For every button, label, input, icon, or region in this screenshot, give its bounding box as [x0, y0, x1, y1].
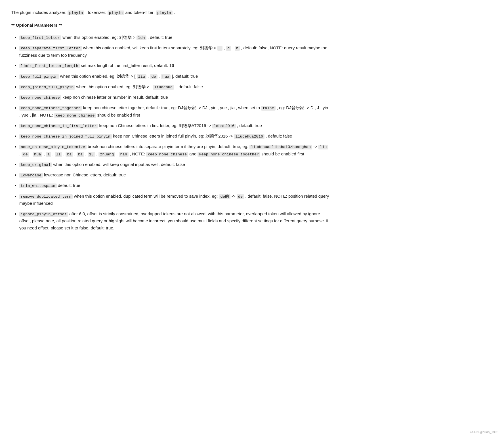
- list-item: keep_separate_first_letter when this opt…: [19, 45, 329, 59]
- param-code-inline: de: [22, 152, 29, 157]
- param-desc-sep: ->: [312, 144, 318, 149]
- list-item: keep_joined_full_pinyin when this option…: [19, 83, 329, 90]
- param-desc-sep: and: [188, 151, 198, 156]
- param-code-inline: 13: [88, 152, 95, 157]
- param-desc: keep non Chinese letters in joined full …: [113, 134, 234, 138]
- param-desc: when this option enabled, duplicated ter…: [74, 194, 219, 199]
- param-code-inline: de: [150, 74, 157, 79]
- param-code: keep_none_chinese: [19, 95, 61, 100]
- param-code-inline: d: [226, 46, 231, 51]
- param-desc: break non chinese letters into separate …: [88, 144, 249, 149]
- param-desc: keep non Chinese letters in first letter…: [99, 123, 213, 128]
- param-desc-cont: should be enabled first: [96, 113, 140, 117]
- param-code: keep_none_chinese_together: [19, 106, 82, 111]
- param-desc-sep: ,: [115, 151, 119, 156]
- param-code: trim_whitespace: [19, 183, 57, 188]
- param-code: keep_separate_first_letter: [19, 46, 82, 51]
- intro-paragraph: The plugin includes analyzer: pinyin , t…: [11, 9, 329, 16]
- param-code-inline: de: [237, 194, 244, 199]
- param-desc: when this option enabled, eg: 刘德华 > [: [60, 74, 137, 79]
- param-desc-sep: ,: [222, 45, 226, 50]
- param-desc-sep: , NOTE:: [129, 151, 146, 156]
- param-desc-sep: ,: [51, 151, 55, 156]
- param-code: keep_original: [19, 162, 52, 167]
- list-item: none_chinese_pinyin_tokenize break non c…: [19, 143, 329, 158]
- param-desc-sep: ,: [146, 74, 150, 79]
- intro-text-prefix: The plugin includes analyzer:: [11, 10, 68, 15]
- list-item: keep_none_chinese keep non chinese lette…: [19, 94, 329, 101]
- list-item: keep_none_chinese_in_first_letter keep n…: [19, 122, 329, 129]
- param-desc-cont: , default: true: [236, 123, 262, 128]
- list-item: keep_none_chinese_together keep non chin…: [19, 104, 329, 119]
- param-code-inline: hua: [161, 74, 171, 79]
- optional-header: ** Optional Parameters **: [11, 22, 329, 29]
- param-code: keep_none_chinese_in_first_letter: [19, 124, 98, 128]
- param-desc-cont: should be enabled first: [260, 151, 304, 156]
- intro-token-filter-code: pinyin: [156, 10, 173, 15]
- list-item: keep_first_letter when this option enabl…: [19, 34, 329, 41]
- param-code-inline: liudehuaalibaba13zhuanghan: [249, 145, 312, 149]
- param-code: keep_first_letter: [19, 35, 61, 40]
- param-code-inline: ldhat2016: [212, 124, 236, 128]
- param-code-inline: ldh: [136, 35, 146, 40]
- param-desc: set max length of the first_letter resul…: [81, 63, 174, 68]
- list-item: remove_duplicated_term when this option …: [19, 193, 329, 207]
- intro-analyzer-code: pinyin: [68, 10, 84, 15]
- intro-text-middle2: and token-filter:: [124, 10, 156, 15]
- param-code-inline: de的: [219, 194, 230, 199]
- param-desc: when this option enabled, will keep orig…: [53, 162, 185, 167]
- intro-tokenizer-code: pinyin: [108, 10, 124, 15]
- param-desc: when this option enabled, eg: 刘德华 > [: [76, 84, 153, 89]
- param-desc-sep: ,: [29, 151, 33, 156]
- list-item: lowercase lowercase non Chinese letters,…: [19, 172, 329, 179]
- param-code-inline: li: [55, 152, 62, 157]
- param-code: ignore_pinyin_offset: [19, 212, 68, 217]
- param-code-inline: h: [235, 46, 240, 51]
- list-item: keep_original when this option enabled, …: [19, 161, 329, 168]
- param-code-inline: ba: [66, 152, 73, 157]
- param-code-inline: liu: [137, 74, 146, 79]
- param-desc-sep: ,: [84, 151, 88, 156]
- param-desc-cont: , default: true: [146, 35, 173, 40]
- param-code: keep_joined_full_pinyin: [19, 85, 75, 90]
- param-desc-sep: ,: [73, 151, 77, 156]
- param-code-inline: keep_none_chinese: [54, 113, 96, 118]
- param-desc: default: true: [58, 183, 80, 188]
- param-code-inline: keep_none_chinese_together: [198, 152, 260, 157]
- param-code-inline: liudehua: [153, 85, 174, 90]
- param-desc-cont: , default: false: [264, 134, 292, 138]
- list-item: limit_first_letter_length set max length…: [19, 62, 329, 69]
- param-code-inline: zhuang: [98, 152, 115, 157]
- param-code-inline: han: [119, 152, 129, 157]
- list-item: keep_none_chinese_in_joined_full_pinyin …: [19, 133, 329, 140]
- param-desc-sep: ,: [231, 45, 235, 50]
- param-code-inline: ba: [77, 152, 84, 157]
- param-desc: when this option enabled, eg: 刘德华 >: [62, 35, 136, 40]
- param-code-inline: liu: [318, 145, 328, 149]
- param-desc: keep non chinese letter together, defaul…: [83, 105, 261, 110]
- param-code: keep_full_pinyin: [19, 74, 59, 79]
- param-code-inline: liudehua2016: [234, 134, 264, 139]
- param-code-inline: false: [261, 106, 276, 111]
- param-code-inline: hua: [33, 152, 42, 157]
- param-desc: keep non chinese letter or number in res…: [62, 95, 168, 100]
- param-desc-cont: ], default: true: [171, 74, 198, 79]
- param-desc: lowercase non Chinese letters, default: …: [44, 172, 126, 177]
- parameters-list: keep_first_letter when this option enabl…: [11, 34, 329, 232]
- param-desc-sep: ,: [62, 151, 66, 156]
- param-code: limit_first_letter_length: [19, 64, 80, 68]
- param-desc: when this option enabled, will keep firs…: [83, 45, 217, 50]
- intro-text-middle1: , tokenizer:: [84, 10, 108, 15]
- param-code: remove_duplicated_term: [19, 194, 73, 199]
- intro-text-suffix: .: [173, 10, 175, 15]
- list-item: keep_full_pinyin when this option enable…: [19, 73, 329, 80]
- param-code-inline: keep_none_chinese: [146, 152, 188, 157]
- param-code: keep_none_chinese_in_joined_full_pinyin: [19, 134, 112, 139]
- param-desc-sep: ,: [95, 151, 99, 156]
- param-desc-sep: ,: [158, 74, 161, 79]
- param-code: lowercase: [19, 173, 43, 178]
- param-desc-cont: ], default: false: [174, 84, 203, 89]
- param-code: none_chinese_pinyin_tokenize: [19, 145, 87, 149]
- param-code-inline: a: [46, 152, 51, 157]
- param-desc-sep: ,: [42, 151, 46, 156]
